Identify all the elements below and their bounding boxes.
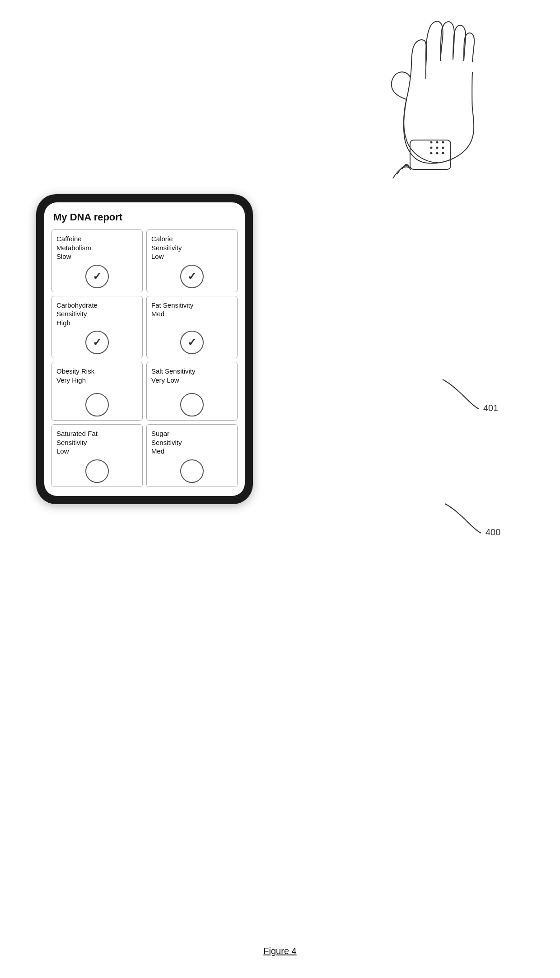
card-circle-fat-sensitivity — [180, 331, 204, 354]
card-label-carbohydrate-sensitivity: Carbohydrate Sensitivity High — [56, 301, 98, 328]
card-sugar-sensitivity[interactable]: Sugar Sensitivity Med — [146, 424, 238, 487]
svg-point-1 — [430, 141, 433, 144]
card-circle-saturated-fat-sensitivity — [85, 459, 109, 483]
svg-point-5 — [436, 147, 439, 149]
svg-point-2 — [436, 141, 439, 144]
svg-point-4 — [430, 147, 433, 149]
annotation-401-area: 401 — [425, 370, 515, 426]
card-circle-caffeine-metabolism — [85, 265, 109, 288]
card-salt-sensitivity[interactable]: Salt Sensitivity Very Low — [146, 362, 238, 421]
svg-text:400: 400 — [485, 527, 500, 537]
card-circle-sugar-sensitivity — [180, 459, 204, 483]
page-title: My DNA report — [51, 211, 238, 223]
dna-report-grid: Caffeine Metabolism SlowCalorie Sensitiv… — [51, 229, 238, 487]
card-caffeine-metabolism[interactable]: Caffeine Metabolism Slow — [51, 229, 143, 292]
card-fat-sensitivity[interactable]: Fat Sensitivity Med — [146, 296, 238, 359]
card-obesity-risk[interactable]: Obesity Risk Very High — [51, 362, 143, 421]
svg-point-7 — [430, 152, 433, 154]
svg-point-9 — [442, 152, 444, 154]
card-label-salt-sensitivity: Salt Sensitivity Very Low — [151, 367, 196, 389]
card-carbohydrate-sensitivity[interactable]: Carbohydrate Sensitivity High — [51, 296, 143, 359]
card-circle-carbohydrate-sensitivity — [85, 331, 109, 354]
card-circle-salt-sensitivity — [180, 393, 204, 416]
card-circle-calorie-sensitivity — [180, 265, 204, 288]
card-circle-area-saturated-fat-sensitivity — [56, 459, 138, 483]
figure-caption: Figure 4 — [263, 946, 296, 956]
annotation-400-area: 400 — [427, 495, 517, 551]
card-saturated-fat-sensitivity[interactable]: Saturated Fat Sensitivity Low — [51, 424, 143, 487]
card-label-caffeine-metabolism: Caffeine Metabolism Slow — [56, 234, 91, 261]
card-circle-area-obesity-risk — [56, 393, 138, 416]
card-circle-area-caffeine-metabolism — [56, 265, 138, 288]
card-circle-obesity-risk — [85, 393, 109, 416]
card-circle-area-carbohydrate-sensitivity — [56, 331, 138, 354]
card-circle-area-sugar-sensitivity — [151, 459, 233, 483]
svg-point-8 — [436, 152, 439, 154]
card-calorie-sensitivity[interactable]: Calorie Sensitivity Low — [146, 229, 238, 292]
svg-point-6 — [442, 147, 444, 149]
svg-point-3 — [442, 141, 444, 144]
card-label-calorie-sensitivity: Calorie Sensitivity Low — [151, 234, 182, 261]
card-circle-area-salt-sensitivity — [151, 393, 233, 416]
card-circle-area-calorie-sensitivity — [151, 265, 233, 288]
card-circle-area-fat-sensitivity — [151, 331, 233, 354]
card-label-fat-sensitivity: Fat Sensitivity Med — [151, 301, 193, 328]
card-label-sugar-sensitivity: Sugar Sensitivity Med — [151, 429, 182, 456]
phone-frame: My DNA report Caffeine Metabolism SlowCa… — [36, 194, 253, 504]
hand-sketch — [343, 9, 533, 181]
card-label-saturated-fat-sensitivity: Saturated Fat Sensitivity Low — [56, 429, 98, 456]
card-label-obesity-risk: Obesity Risk Very High — [56, 367, 94, 389]
svg-text:401: 401 — [483, 403, 498, 413]
